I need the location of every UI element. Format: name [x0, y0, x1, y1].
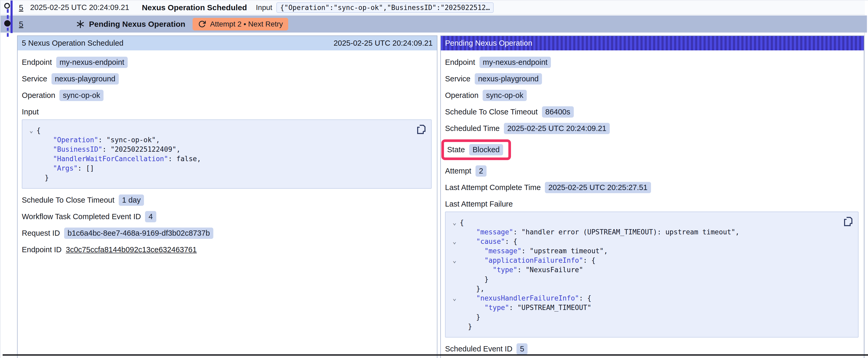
pending-panel-striped-header: Pending Nexus Operation: [441, 36, 864, 51]
code-line: ⌄{: [26, 126, 425, 135]
code-gutter: [26, 135, 36, 144]
screenshot-bottom-edge: [3, 354, 868, 356]
collapse-chevron-icon[interactable]: ⌄: [449, 256, 460, 265]
code-line: "BusinessID": "20250225122409",: [26, 144, 425, 154]
code-text: "message": "upstream timeout",: [460, 246, 608, 256]
collapse-chevron-icon[interactable]: ⌄: [449, 293, 460, 303]
field-value-chip: my-nexus-endpoint: [56, 57, 128, 68]
field-value-chip: 1 day: [119, 194, 144, 206]
code-gutter: [449, 303, 460, 312]
field-label: Scheduled Event ID: [445, 345, 512, 353]
collapse-chevron-icon[interactable]: ⌄: [449, 218, 460, 227]
input-json-viewer: ⌄{ "Operation": "sync-op-ok", "BusinessI…: [22, 120, 432, 189]
code-line: "Args": []: [26, 164, 425, 173]
field-row-endpoint: Endpoint my-nexus-endpoint: [22, 57, 432, 68]
collapse-chevron-icon[interactable]: ⌄: [449, 237, 460, 246]
field-value-chip: 2025-02-25 UTC 20:25:27.51: [545, 182, 651, 193]
field-label: Endpoint: [445, 58, 475, 67]
attempt-badge-label: Attempt 2 • Next Retry: [210, 20, 283, 28]
field-value-chip: my-nexus-endpoint: [479, 57, 551, 68]
retry-icon: [198, 20, 206, 28]
code-line: "HandlerWaitForCancellation": false,: [26, 154, 425, 164]
field-label: Request ID: [22, 229, 60, 237]
field-label: Input: [22, 108, 39, 116]
event-id-link[interactable]: 5: [19, 20, 23, 29]
field-value-chip: 86400s: [542, 106, 574, 118]
scheduled-event-panel: 5 Nexus Operation Scheduled 2025-02-25 U…: [17, 35, 437, 358]
code-gutter: [449, 246, 460, 256]
copy-icon[interactable]: [415, 124, 427, 136]
code-text: }: [36, 173, 49, 183]
event-marker-filled-circle-icon: [4, 20, 10, 27]
code-text: "type": "UPSTREAM_TIMEOUT": [460, 303, 591, 312]
history-row-nexus-operation-scheduled[interactable]: 5 2025-02-25 UTC 20:24:09.21 Nexus Opera…: [1, 1, 865, 15]
panel-header-title: 5 Nexus Operation Scheduled: [22, 39, 123, 47]
pending-nexus-operation-panel: Pending Nexus Operation Endpoint my-nexu…: [440, 35, 864, 358]
pending-panel-body: Endpoint my-nexus-endpoint Service nexus…: [441, 51, 864, 358]
endpoint-id-link[interactable]: 3c0c75ccfa8144b092c13ce632463761: [66, 246, 197, 254]
scheduled-event-panel-header: 5 Nexus Operation Scheduled 2025-02-25 U…: [18, 36, 437, 51]
field-label: State: [447, 145, 465, 154]
field-row-wft-completed-event-id: Workflow Task Completed Event ID 4: [22, 211, 432, 222]
field-label: Schedule To Close Timeout: [445, 108, 538, 116]
field-row-state: State Blocked: [445, 139, 859, 160]
field-value-chip: 2: [475, 165, 487, 176]
field-row-service: Service nexus-playground: [445, 73, 859, 85]
code-line: }: [26, 173, 425, 183]
field-label: Endpoint: [22, 58, 52, 67]
code-text: },: [460, 284, 485, 293]
code-gutter: [26, 164, 36, 173]
code-line: }: [449, 312, 852, 322]
field-value-chip: 5: [517, 343, 528, 355]
code-gutter: [449, 274, 460, 284]
selected-event-indicator-bar: [10, 1, 12, 33]
pending-asterisk-icon: [76, 20, 85, 29]
history-row-pending-nexus-operation[interactable]: 5 Pending Nexus Operation Attempt 2 • Ne…: [1, 15, 867, 33]
collapse-chevron-icon[interactable]: ⌄: [26, 126, 36, 135]
code-line: "Operation": "sync-op-ok",: [26, 135, 425, 144]
input-preview-chip: {"Operation":"sync-op-ok","BusinessID":"…: [276, 2, 493, 13]
field-row-operation: Operation sync-op-ok: [22, 90, 432, 101]
panel-header-time: 2025-02-25 UTC 20:24:09.21: [334, 39, 433, 47]
right-gutter-divider: [864, 33, 865, 358]
field-label: Operation: [445, 91, 478, 100]
event-title: Nexus Operation Scheduled: [142, 3, 247, 12]
field-label: Endpoint ID: [22, 246, 62, 254]
field-label: Service: [445, 74, 470, 83]
event-marker-open-circle-icon: [4, 3, 10, 9]
field-value-chip: sync-op-ok: [483, 90, 527, 101]
code-line: },: [449, 284, 852, 293]
code-text: "Operation": "sync-op-ok",: [36, 135, 160, 144]
field-row-last-attempt-complete-time: Last Attempt Complete Time 2025-02-25 UT…: [445, 182, 859, 193]
code-line: "message": "upstream timeout",: [449, 246, 852, 256]
code-line: "type": "NexusFailure": [449, 265, 852, 274]
state-value-chip: Blocked: [469, 144, 503, 155]
field-row-schedule-to-close: Schedule To Close Timeout 1 day: [22, 194, 432, 206]
code-gutter: [449, 322, 460, 331]
field-label: Attempt: [445, 167, 471, 175]
event-id-link[interactable]: 5: [19, 3, 23, 12]
workflow-history-page: 5 2025-02-25 UTC 20:24:09.21 Nexus Opera…: [0, 0, 868, 358]
code-gutter: [26, 154, 36, 164]
field-label: Workflow Task Completed Event ID: [22, 212, 141, 221]
code-text: "nexusHandlerFailureInfo": {: [460, 293, 591, 303]
state-annotation-highlight: State Blocked: [441, 139, 511, 160]
panel-header-title: Pending Nexus Operation: [445, 39, 532, 47]
field-row-endpoint: Endpoint my-nexus-endpoint: [445, 57, 859, 68]
code-text: "cause": {: [460, 237, 517, 246]
code-text: "type": "NexusFailure": [460, 265, 583, 274]
pending-event-title: Pending Nexus Operation: [89, 20, 185, 29]
field-label: Last Attempt Complete Time: [445, 183, 541, 192]
code-line: }: [449, 322, 852, 331]
event-timestamp: 2025-02-25 UTC 20:24:09.21: [30, 3, 129, 12]
code-line: ⌄ "nexusHandlerFailureInfo": {: [449, 293, 852, 303]
scheduled-event-panel-body: Endpoint my-nexus-endpoint Service nexus…: [18, 51, 437, 255]
code-text: "Args": []: [36, 164, 94, 173]
field-row-request-id: Request ID b1c6a4bc-8ee7-468a-9169-df3b0…: [22, 228, 432, 239]
copy-icon[interactable]: [842, 216, 854, 228]
code-gutter: [449, 284, 460, 293]
field-row-attempt: Attempt 2: [445, 165, 859, 176]
event-detail-area: 5 Nexus Operation Scheduled 2025-02-25 U…: [1, 33, 868, 358]
field-label: Last Attempt Failure: [445, 200, 513, 208]
field-row-service: Service nexus-playground: [22, 73, 432, 85]
